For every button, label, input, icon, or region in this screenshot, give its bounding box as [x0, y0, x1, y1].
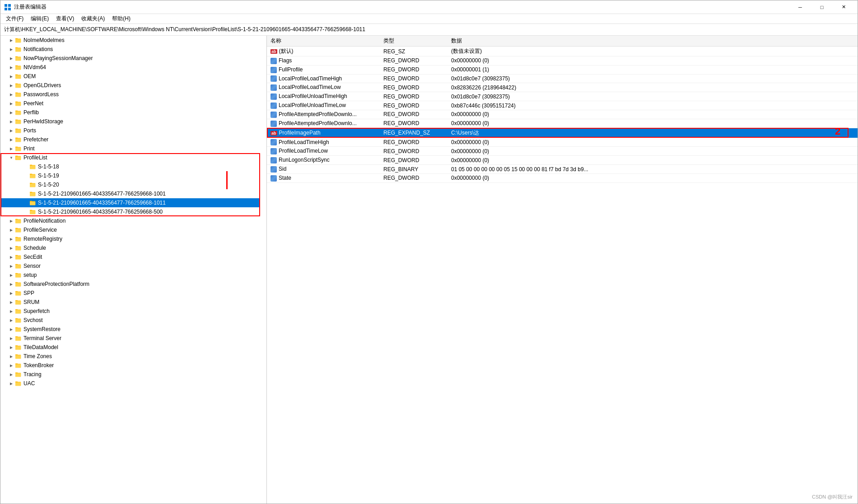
table-row[interactable]: ProfileAttemptedProfileDownlo...REG_DWOR… — [267, 110, 858, 119]
tree-item-label: NtVdm64 — [23, 64, 260, 70]
tree-item[interactable]: Notifications — [0, 45, 260, 54]
table-row[interactable]: ProfileLoadTimeHighREG_DWORD0x00000000 (… — [267, 138, 858, 147]
tree-item[interactable]: S-1-5-19 — [0, 171, 260, 180]
tree-item[interactable]: OpenGLDrivers — [0, 81, 260, 90]
tree-item[interactable]: NtVdm64 — [0, 63, 260, 72]
tree-item[interactable]: S-1-5-21-2109601665-4043356477-766259668… — [0, 198, 260, 207]
table-row[interactable]: SidREG_BINARY01 05 00 00 00 00 00 05 15 … — [267, 165, 858, 174]
tree-item[interactable]: UAC — [0, 379, 260, 388]
tree-arrow-collapsed[interactable] — [8, 244, 15, 252]
tree-item[interactable]: Prefetcher — [0, 135, 260, 144]
table-row[interactable]: RunLogonScriptSyncREG_DWORD0x00000000 (0… — [267, 156, 858, 165]
tree-arrow-collapsed[interactable] — [8, 289, 15, 297]
menu-item[interactable]: 帮助(H) — [108, 14, 134, 23]
tree-item[interactable]: Ports — [0, 126, 260, 135]
tree-arrow-collapsed[interactable] — [8, 326, 15, 333]
tree-arrow-expanded[interactable] — [8, 154, 15, 161]
tree-item[interactable]: TileDataModel — [0, 343, 260, 352]
tree-item[interactable]: Tracing — [0, 370, 260, 379]
tree-panel[interactable]: NoImeModelmes Notifications NowPlayingSe… — [0, 36, 267, 504]
tree-item[interactable]: setup — [0, 271, 260, 280]
tree-item[interactable]: S-1-5-20 — [0, 180, 260, 189]
tree-arrow-collapsed[interactable] — [8, 46, 15, 53]
maximize-button[interactable]: □ — [811, 0, 832, 14]
menu-item[interactable]: 文件(F) — [2, 14, 27, 23]
tree-item[interactable]: RemoteRegistry — [0, 234, 260, 243]
tree-arrow-collapsed[interactable] — [8, 145, 15, 152]
table-row[interactable]: LocalProfileUnloadTimeLowREG_DWORD0xb87c… — [267, 101, 858, 110]
tree-item[interactable]: Perflib — [0, 108, 260, 117]
tree-arrow-collapsed[interactable] — [8, 37, 15, 44]
folder-icon — [15, 37, 22, 44]
tree-item[interactable]: PeerNet — [0, 99, 260, 108]
tree-item[interactable]: SystemRestore — [0, 325, 260, 334]
table-row[interactable]: LocalProfileLoadTimeHighREG_DWORD0x01d8c… — [267, 74, 858, 83]
tree-arrow-collapsed[interactable] — [8, 91, 15, 98]
tree-arrow-collapsed[interactable] — [8, 109, 15, 116]
table-row[interactable]: abProfileImagePathREG_EXPAND_SZC:\Users\… — [267, 128, 858, 138]
tree-item[interactable]: Terminal Server — [0, 334, 260, 343]
tree-item[interactable]: Sensor — [0, 261, 260, 271]
tree-arrow-collapsed[interactable] — [8, 262, 15, 270]
tree-item[interactable]: NowPlayingSessionManager — [0, 54, 260, 63]
table-row[interactable]: LocalProfileUnloadTimeHighREG_DWORD0x01d… — [267, 92, 858, 101]
tree-item[interactable]: Time Zones — [0, 352, 260, 361]
tree-item[interactable]: ProfileService — [0, 225, 260, 234]
tree-item[interactable]: OEM — [0, 72, 260, 81]
tree-item[interactable]: NoImeModelmes — [0, 36, 260, 45]
tree-arrow-collapsed[interactable] — [8, 127, 15, 134]
table-row[interactable]: FlagsREG_DWORD0x00000000 (0) — [267, 56, 858, 65]
tree-item[interactable]: S-1-5-21-2109601665-4043356477-766259668… — [0, 207, 260, 216]
tree-item[interactable]: S-1-5-21-2109601665-4043356477-766259668… — [0, 189, 260, 198]
tree-item[interactable]: Superfetch — [0, 307, 260, 316]
table-row[interactable]: ProfileLoadTimeLowREG_DWORD0x00000000 (0… — [267, 147, 858, 156]
close-button[interactable]: ✕ — [833, 0, 854, 14]
tree-item-label: SoftwareProtectionPlatform — [23, 281, 260, 287]
tree-arrow-collapsed[interactable] — [8, 136, 15, 143]
tree-item[interactable]: ProfileList — [0, 153, 260, 162]
tree-arrow-collapsed[interactable] — [8, 353, 15, 360]
menu-item[interactable]: 编辑(E) — [27, 14, 52, 23]
tree-arrow-collapsed[interactable] — [8, 380, 15, 387]
tree-arrow-collapsed[interactable] — [8, 317, 15, 324]
tree-arrow-collapsed[interactable] — [8, 82, 15, 89]
tree-arrow-collapsed[interactable] — [8, 308, 15, 315]
tree-arrow-collapsed[interactable] — [8, 253, 15, 261]
tree-arrow-collapsed[interactable] — [8, 217, 15, 224]
tree-arrow-collapsed[interactable] — [8, 280, 15, 288]
tree-arrow-collapsed[interactable] — [8, 371, 15, 378]
menu-item[interactable]: 收藏夹(A) — [78, 14, 108, 23]
table-row[interactable]: ProfileAttemptedProfileDownlo...REG_DWOR… — [267, 119, 858, 128]
tree-item[interactable]: SoftwareProtectionPlatform — [0, 280, 260, 289]
tree-item[interactable]: ProfileNotification — [0, 216, 260, 225]
table-row[interactable]: ab(默认)REG_SZ(数值未设置) — [267, 47, 858, 56]
registry-scroll[interactable]: 名称 类型 数据 ab(默认)REG_SZ(数值未设置)FlagsREG_DWO… — [267, 36, 858, 504]
tree-arrow-collapsed[interactable] — [8, 235, 15, 243]
tree-item[interactable]: SRUM — [0, 298, 260, 307]
tree-arrow-collapsed[interactable] — [8, 55, 15, 62]
tree-arrow-collapsed[interactable] — [8, 64, 15, 71]
tree-arrow-collapsed[interactable] — [8, 73, 15, 80]
tree-arrow-collapsed[interactable] — [8, 335, 15, 342]
tree-item[interactable]: Schedule — [0, 243, 260, 252]
menu-item[interactable]: 查看(V) — [52, 14, 78, 23]
tree-arrow-collapsed[interactable] — [8, 100, 15, 107]
table-row[interactable]: StateREG_DWORD0x00000000 (0) — [267, 173, 858, 182]
tree-item[interactable]: SecEdit — [0, 252, 260, 261]
tree-item[interactable]: SPP — [0, 289, 260, 298]
tree-arrow-collapsed[interactable] — [8, 362, 15, 369]
tree-arrow-collapsed[interactable] — [8, 118, 15, 125]
tree-item[interactable]: Svchost — [0, 316, 260, 325]
table-row[interactable]: LocalProfileLoadTimeLowREG_DWORD0x828362… — [267, 83, 858, 92]
tree-arrow-collapsed[interactable] — [8, 271, 15, 279]
tree-item[interactable]: PasswordLess — [0, 90, 260, 99]
table-row[interactable]: FullProfileREG_DWORD0x00000001 (1) — [267, 65, 858, 74]
tree-item[interactable]: S-1-5-18 — [0, 162, 260, 171]
minimize-button[interactable]: ─ — [790, 0, 811, 14]
tree-arrow-collapsed[interactable] — [8, 344, 15, 351]
tree-item[interactable]: TokenBroker — [0, 361, 260, 370]
tree-arrow-collapsed[interactable] — [8, 226, 15, 233]
tree-item[interactable]: Print — [0, 144, 260, 153]
tree-item[interactable]: PerHwIdStorage — [0, 117, 260, 126]
tree-arrow-collapsed[interactable] — [8, 299, 15, 306]
